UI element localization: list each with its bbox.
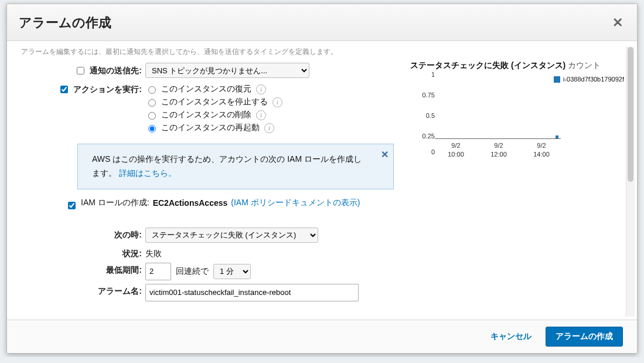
info-icon[interactable]: i <box>256 84 266 94</box>
action-recover-label: このインスタンスの復元 <box>161 84 251 94</box>
chart-title: ステータスチェックに失敗 (インスタンス) カウント <box>410 60 625 71</box>
create-iam-role-checkbox[interactable] <box>68 202 76 209</box>
ytick: 0.75 <box>414 91 435 99</box>
bar-icon <box>556 135 558 138</box>
action-reboot-label: このインスタンスの再起動 <box>161 123 260 133</box>
action-recover-radio[interactable] <box>148 86 156 94</box>
send-notification-label: 通知の送信先: <box>90 66 142 76</box>
dialog-footer: キャンセル アラームの作成 <box>7 320 637 353</box>
dialog-header: アラームの作成 ✕ <box>7 4 637 41</box>
take-action-checkbox[interactable] <box>60 86 68 93</box>
is-value: 失敗 <box>145 249 162 258</box>
intro-text: アラームを編集するには、最初に通知先を選択してから、通知を送信するタイミングを定… <box>21 47 625 57</box>
sns-topic-select[interactable]: SNS トピックが見つかりません... <box>145 63 309 78</box>
cancel-button[interactable]: キャンセル <box>487 331 535 342</box>
iam-role-label: IAM ロールの作成: <box>81 198 149 208</box>
periods-input[interactable] <box>145 263 171 280</box>
metric-select[interactable]: ステータスチェックに失敗 (インスタンス) <box>145 228 318 243</box>
info-icon[interactable]: i <box>264 123 274 133</box>
xtick: 9/2 <box>448 141 464 150</box>
chart-legend: i-0388d7f30b179092f <box>554 76 624 83</box>
action-stop-label: このインスタンスを停止する <box>161 97 268 107</box>
xtick: 14:00 <box>533 150 550 158</box>
iam-role-name: EC2ActionsAccess <box>153 198 228 208</box>
period-length-select[interactable]: 1 分 <box>213 264 251 279</box>
chart-column: ステータスチェックに失敗 (インスタンス) カウント i-0388d7f30b1… <box>410 59 625 305</box>
iam-policy-link[interactable]: (IAM ポリシードキュメントの表示) <box>231 198 360 208</box>
ytick: 0.25 <box>414 133 435 140</box>
ytick: 0 <box>414 148 435 155</box>
xtick: 9/2 <box>490 141 507 150</box>
create-alarm-dialog: アラームの作成 ✕ アラームを編集するには、最初に通知先を選択してから、通知を送… <box>6 4 638 354</box>
info-icon[interactable]: i <box>272 97 282 107</box>
whenever-label: 次の時: <box>19 228 145 240</box>
take-action-label: アクションを実行: <box>73 84 142 95</box>
action-reboot-radio[interactable] <box>148 125 156 133</box>
action-stop-radio[interactable] <box>148 99 156 107</box>
send-notification-checkbox[interactable] <box>77 67 84 74</box>
xtick: 10:00 <box>448 150 464 158</box>
ytick: 0.5 <box>414 112 435 119</box>
for-at-least-label: 最低期間: <box>19 263 145 276</box>
ytick: 1 <box>414 71 435 78</box>
alarm-name-label: アラーム名: <box>19 284 145 297</box>
form-column: 通知の送信先: SNS トピックが見つかりません... アクションを実行: <box>19 59 394 305</box>
iam-notice: ✕ AWS はこの操作を実行するため、アカウントの次の IAM ロールを作成しま… <box>77 144 394 189</box>
chart-plot: i-0388d7f30b179092f 1 0.75 0.5 0.25 0 <box>414 74 625 157</box>
action-delete-radio[interactable] <box>148 112 156 120</box>
scrollbar[interactable] <box>626 47 635 317</box>
close-icon[interactable]: ✕ <box>381 147 389 162</box>
dialog-body: アラームを編集するには、最初に通知先を選択してから、通知を送信するタイミングを定… <box>7 41 637 323</box>
action-delete-label: このインスタンスの削除 <box>161 110 251 120</box>
is-label: 状況: <box>19 246 145 259</box>
legend-label: i-0388d7f30b179092f <box>563 76 624 83</box>
scroll-thumb[interactable] <box>628 47 633 182</box>
info-icon[interactable]: i <box>256 110 266 120</box>
close-icon[interactable]: ✕ <box>610 14 625 32</box>
xtick: 12:00 <box>490 150 507 158</box>
alarm-name-input[interactable] <box>145 284 359 301</box>
consecutive-label: 回連続で <box>176 266 209 277</box>
iam-notice-link[interactable]: 詳細はこちら。 <box>119 168 176 178</box>
create-alarm-button[interactable]: アラームの作成 <box>546 327 623 347</box>
xtick: 9/2 <box>533 141 550 150</box>
dialog-title: アラームの作成 <box>19 14 111 32</box>
